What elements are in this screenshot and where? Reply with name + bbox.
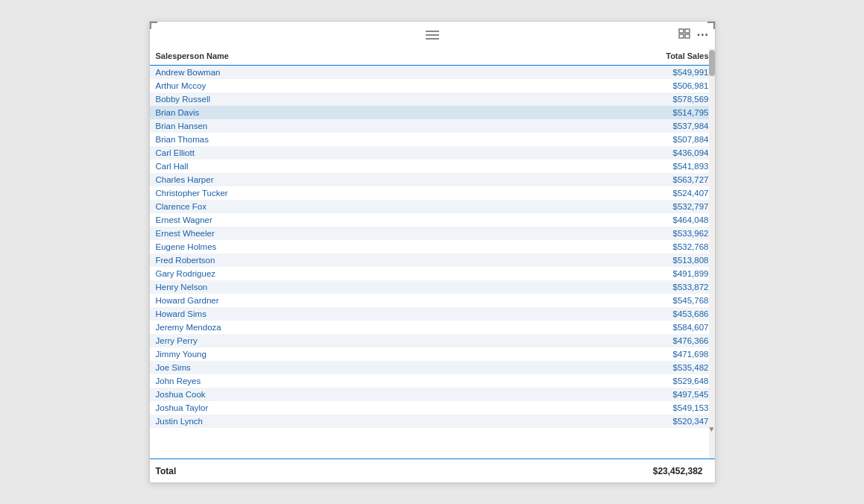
cell-sales: $532,797 xyxy=(494,200,715,213)
table-row: Jeremy Mendoza$584,607 xyxy=(150,321,715,334)
table-row: Arthur Mccoy$506,981 xyxy=(150,79,715,92)
svg-rect-1 xyxy=(685,29,690,33)
scrollbar-track[interactable] xyxy=(709,48,715,459)
cell-name: Bobby Russell xyxy=(150,92,494,106)
cell-name: Ernest Wagner xyxy=(150,213,494,227)
cell-sales: $541,893 xyxy=(494,160,715,173)
cell-name: Fred Robertson xyxy=(150,253,494,267)
footer-total-label: Total xyxy=(156,466,653,476)
cell-sales: $471,698 xyxy=(494,347,715,361)
cell-sales: $524,407 xyxy=(494,186,715,200)
cell-sales: $584,607 xyxy=(494,321,715,334)
cell-name: Carl Hall xyxy=(150,160,494,173)
col-header-name: Salesperson Name xyxy=(150,48,494,66)
table-row: Bobby Russell$578,569 xyxy=(150,92,715,106)
cell-sales: $464,048 xyxy=(494,213,715,227)
table-footer: Total $23,452,382 xyxy=(150,459,715,482)
cell-name: Brian Hansen xyxy=(150,119,494,133)
table-row: Andrew Bowman$549,991 xyxy=(150,66,715,80)
cell-name: Eugene Holmes xyxy=(150,240,494,253)
cell-name: Joshua Cook xyxy=(150,388,494,401)
table-header-row: Salesperson Name Total Sales xyxy=(150,48,715,66)
scroll-down-indicator[interactable]: ▼ xyxy=(709,425,715,435)
cell-name: Jeremy Mendoza xyxy=(150,321,494,334)
table-row: Brian Davis$514,795 xyxy=(150,106,715,119)
cell-sales: $533,872 xyxy=(494,280,715,294)
col-header-sales: Total Sales xyxy=(494,48,715,66)
cell-name: Brian Davis xyxy=(150,106,494,119)
widget-header: ⋯ xyxy=(150,22,715,48)
cell-sales: $491,899 xyxy=(494,267,715,280)
table-row: Ernest Wheeler$533,962 xyxy=(150,227,715,240)
cell-sales: $535,482 xyxy=(494,361,715,374)
cell-sales: $532,768 xyxy=(494,240,715,253)
cell-name: Joshua Taylor xyxy=(150,401,494,415)
table-row: Gary Rodriguez$491,899 xyxy=(150,267,715,280)
table-row: Eugene Holmes$532,768 xyxy=(150,240,715,253)
table-row: John Reyes$529,648 xyxy=(150,374,715,388)
cell-name: Howard Gardner xyxy=(150,294,494,307)
svg-rect-2 xyxy=(679,34,684,38)
cell-sales: $507,884 xyxy=(494,133,715,146)
cell-name: Gary Rodriguez xyxy=(150,267,494,280)
table-row: Justin Lynch$520,347 xyxy=(150,415,715,428)
cell-name: Justin Lynch xyxy=(150,415,494,428)
cell-sales: $563,727 xyxy=(494,173,715,186)
cell-name: Charles Harper xyxy=(150,173,494,186)
sales-table: Salesperson Name Total Sales Andrew Bowm… xyxy=(150,48,715,428)
cell-name: Jerry Perry xyxy=(150,334,494,347)
cell-sales: $514,795 xyxy=(494,106,715,119)
cell-sales: $436,094 xyxy=(494,146,715,160)
cell-sales: $497,545 xyxy=(494,388,715,401)
table-row: Fred Robertson$513,808 xyxy=(150,253,715,267)
table-row: Howard Gardner$545,768 xyxy=(150,294,715,307)
cell-sales: $545,768 xyxy=(494,294,715,307)
cell-name: Howard Sims xyxy=(150,307,494,321)
cell-name: Jimmy Young xyxy=(150,347,494,361)
more-options-icon[interactable]: ⋯ xyxy=(696,28,709,42)
cell-sales: $549,991 xyxy=(494,66,715,80)
table-wrapper: ▲ Salesperson Name Total Sales Andrew Bo… xyxy=(150,48,715,459)
table-row: Brian Hansen$537,984 xyxy=(150,119,715,133)
table-row: Charles Harper$563,727 xyxy=(150,173,715,186)
cell-name: Carl Elliott xyxy=(150,146,494,160)
table-row: Carl Hall$541,893 xyxy=(150,160,715,173)
cell-name: Arthur Mccoy xyxy=(150,79,494,92)
svg-rect-0 xyxy=(679,29,684,33)
table-row: Carl Elliott$436,094 xyxy=(150,146,715,160)
cell-name: Joe Sims xyxy=(150,361,494,374)
table-row: Howard Sims$453,686 xyxy=(150,307,715,321)
footer-total-value: $23,452,382 xyxy=(653,466,709,476)
cell-name: Andrew Bowman xyxy=(150,66,494,80)
cell-sales: $549,153 xyxy=(494,401,715,415)
cell-name: Clarence Fox xyxy=(150,200,494,213)
cell-sales: $533,962 xyxy=(494,227,715,240)
cell-sales: $537,984 xyxy=(494,119,715,133)
cell-sales: $520,347 xyxy=(494,415,715,428)
table-row: Henry Nelson$533,872 xyxy=(150,280,715,294)
table-row: Ernest Wagner$464,048 xyxy=(150,213,715,227)
cell-sales: $506,981 xyxy=(494,79,715,92)
widget-header-icons: ⋯ xyxy=(678,28,709,42)
cell-sales: $513,808 xyxy=(494,253,715,267)
table-row: Joshua Taylor$549,153 xyxy=(150,401,715,415)
table-row: Joe Sims$535,482 xyxy=(150,361,715,374)
table-row: Clarence Fox$532,797 xyxy=(150,200,715,213)
cell-name: Ernest Wheeler xyxy=(150,227,494,240)
svg-rect-3 xyxy=(685,34,690,38)
edit-icon[interactable] xyxy=(678,28,690,41)
cell-name: Henry Nelson xyxy=(150,280,494,294)
scrollbar-thumb[interactable] xyxy=(709,50,715,76)
cell-sales: $529,648 xyxy=(494,374,715,388)
cell-sales: $476,366 xyxy=(494,334,715,347)
table-row: Brian Thomas$507,884 xyxy=(150,133,715,146)
drag-handle[interactable] xyxy=(426,31,439,40)
cell-sales: $453,686 xyxy=(494,307,715,321)
cell-name: Christopher Tucker xyxy=(150,186,494,200)
widget-container: ⋯ ▲ Salesperson Name Total Sales Andrew … xyxy=(149,21,716,483)
cell-sales: $578,569 xyxy=(494,92,715,106)
cell-name: John Reyes xyxy=(150,374,494,388)
table-row: Jimmy Young$471,698 xyxy=(150,347,715,361)
table-row: Jerry Perry$476,366 xyxy=(150,334,715,347)
table-row: Christopher Tucker$524,407 xyxy=(150,186,715,200)
